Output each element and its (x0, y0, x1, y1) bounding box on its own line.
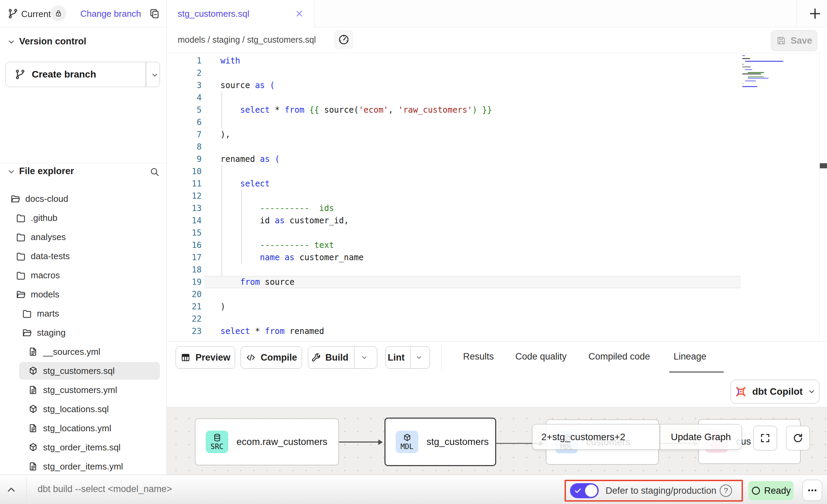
code-line[interactable]: 19 from source (167, 276, 816, 288)
tree-item-analyses[interactable]: analyses (0, 228, 166, 246)
fullscreen-button[interactable] (753, 426, 777, 450)
code-line[interactable]: 7), (167, 128, 816, 141)
tree-item-models[interactable]: models (0, 285, 166, 303)
model-cube-icon (28, 442, 38, 452)
model-cube-icon (28, 366, 38, 376)
tree-item-sources-yml[interactable]: __sources.yml (0, 343, 166, 361)
create-branch-dropdown-icon[interactable] (151, 71, 159, 79)
code-line[interactable]: 22 (167, 313, 816, 325)
lint-button[interactable]: Lint (385, 346, 430, 369)
dbt-copilot-button[interactable]: dbt Copilot (731, 380, 819, 404)
editor-right-border (819, 53, 819, 341)
change-branch-link[interactable]: Change branch (80, 9, 141, 19)
code-line[interactable]: 6 (167, 116, 816, 128)
search-icon[interactable] (149, 167, 160, 177)
tree-item-stg-customers-sql[interactable]: stg_customers.sql (0, 362, 166, 380)
code-line[interactable]: 23select * from renamed (167, 325, 816, 337)
create-branch-button[interactable]: Create branch (5, 62, 160, 87)
code-line[interactable]: 14 id as customer_id, (167, 214, 816, 227)
file-icon (28, 347, 38, 357)
branch-lock-badge (51, 5, 66, 21)
toggle-knob (585, 485, 597, 497)
scrollbar-thumb[interactable] (820, 163, 827, 168)
save-button[interactable]: Save (771, 30, 817, 51)
copilot-dropdown-icon (808, 388, 816, 396)
model-badge: MDL (396, 431, 418, 453)
tree-item-stg-order-items-yml[interactable]: stg_order_items.yml (0, 458, 166, 475)
more-options-button[interactable] (802, 480, 822, 501)
build-button[interactable]: Build (308, 346, 377, 369)
source-badge: SRC (206, 431, 228, 453)
tab-compiled-code[interactable]: Compiled code (588, 351, 650, 362)
tree-item-label: macros (31, 270, 60, 281)
tree-item-macros[interactable]: macros (0, 266, 166, 284)
tree-item-stg-locations-sql[interactable]: stg_locations.sql (0, 400, 166, 418)
compile-button[interactable]: Compile (241, 346, 302, 369)
lineage-node-stg-customers[interactable]: MDL stg_customers (384, 418, 496, 466)
sidebar: Current Change branch Version control Cr… (0, 0, 167, 475)
code-line[interactable]: 2 (167, 67, 816, 79)
expand-command-bar-icon[interactable] (5, 484, 17, 495)
lineage-node-source[interactable]: SRC ecom.raw_customers (195, 418, 339, 465)
tree-item-label: stg_locations.yml (43, 423, 111, 434)
command-input[interactable]: dbt build --select <model_name> (38, 484, 172, 494)
tree-item-stg-locations-yml[interactable]: stg_locations.yml (0, 419, 166, 437)
lineage-canvas[interactable]: SRC ecom.raw_customers MDL stg_customers… (167, 407, 827, 475)
code-line[interactable]: 16 ---------- text (167, 239, 816, 251)
tree-item-github[interactable]: .github (0, 209, 166, 227)
tab-results[interactable]: Results (463, 351, 494, 362)
new-tab-button[interactable] (805, 3, 825, 24)
code-line[interactable]: 8 (167, 141, 816, 153)
tree-item-marts[interactable]: marts (0, 305, 166, 322)
update-graph-button[interactable]: Update Graph (660, 432, 742, 443)
tree-item-staging[interactable]: staging (0, 324, 166, 341)
save-label: Save (790, 36, 812, 46)
tree-item-label: stg_order_items.yml (43, 461, 123, 472)
minimap-line (742, 58, 750, 59)
file-icon (28, 385, 38, 395)
code-line[interactable]: 10 (167, 165, 816, 178)
code-line[interactable]: 1with (167, 55, 816, 67)
code-line[interactable]: 12 (167, 190, 816, 202)
code-line[interactable]: 11 select (167, 178, 816, 190)
code-line[interactable]: 21) (167, 300, 816, 313)
lint-dropdown-icon[interactable] (415, 354, 423, 361)
lineage-selector-bar: 2+stg_customers+2 Update Graph (532, 424, 742, 450)
minimap-line (742, 73, 761, 74)
defer-toggle[interactable] (570, 483, 599, 498)
help-question-icon[interactable]: ? (720, 485, 732, 497)
file-explorer-collapse-icon[interactable] (7, 167, 16, 176)
code-line[interactable]: 4 (167, 92, 816, 104)
tab-stg-customers-sql[interactable]: stg_customers.sql (167, 0, 314, 27)
tree-item-docs-cloud[interactable]: docs-cloud (0, 190, 166, 208)
tab-lineage[interactable]: Lineage (674, 351, 706, 362)
code-line[interactable]: 15 (167, 227, 816, 239)
version-control-title: Version control (19, 36, 86, 47)
badge-label: SRC (211, 443, 223, 451)
lineage-selector-input[interactable]: 2+stg_customers+2 (541, 432, 625, 443)
minimap-line (745, 69, 752, 70)
code-line[interactable]: 17 name as customer_name (167, 251, 816, 264)
node-label: stg_customers (426, 436, 489, 447)
version-control-collapse-icon[interactable] (7, 38, 16, 46)
tab-code-quality[interactable]: Code quality (515, 351, 567, 362)
close-tab-icon[interactable] (295, 9, 304, 18)
build-dropdown-icon[interactable] (361, 354, 368, 361)
lock-icon (54, 9, 63, 17)
code-line[interactable]: 5 select * from {{ source('ecom', 'raw_c… (167, 104, 816, 116)
code-line[interactable]: 9renamed as ( (167, 153, 816, 165)
tree-item-stg-customers-yml[interactable]: stg_customers.yml (0, 381, 166, 399)
copy-icon[interactable] (149, 8, 160, 19)
code-editor[interactable]: 1with23source as (45 select * from {{ so… (167, 53, 827, 341)
toolbar-separator (442, 344, 442, 371)
tree-item-stg-order-items-sql[interactable]: stg_order_items.sql (0, 438, 166, 456)
open-in-explorer-button[interactable] (334, 30, 353, 49)
refresh-graph-button[interactable] (786, 426, 810, 450)
preview-button[interactable]: Preview (176, 346, 235, 369)
tree-item-data-tests[interactable]: data-tests (0, 247, 166, 265)
code-line[interactable]: 3source as ( (167, 79, 816, 92)
code-line[interactable]: 20 (167, 288, 816, 300)
plus-icon (808, 7, 822, 20)
code-line[interactable]: 18 (167, 264, 816, 276)
code-line[interactable]: 13 ---------- ids (167, 202, 816, 214)
